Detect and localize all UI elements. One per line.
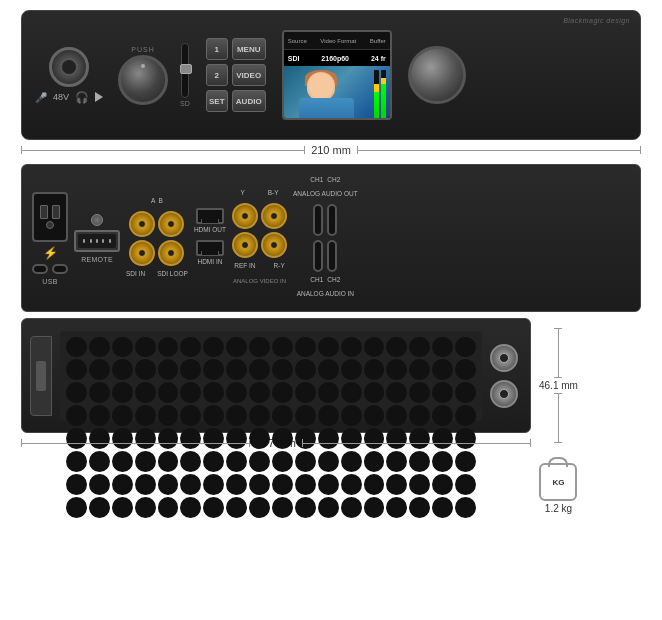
power-inlet (32, 192, 68, 242)
video-head (307, 72, 335, 100)
sdi-out-b-bot (158, 240, 184, 266)
sdi-out-b-top (158, 211, 184, 237)
sdi-loop-sublabel: SDI LOOP (157, 270, 188, 280)
weight-area: KG 1.2 kg (539, 463, 577, 514)
power-prong-right (52, 205, 60, 219)
ref-in-bot (232, 232, 258, 258)
button-2[interactable]: 2 (206, 64, 228, 86)
side-left-connector (30, 336, 52, 416)
analog-audio-out-label: ANALOG AUDIO OUT (293, 190, 358, 200)
push-knob-area: PUSH (118, 46, 168, 105)
db9-connector (74, 230, 120, 252)
button-set[interactable]: SET (206, 90, 228, 112)
thunderbolt-port-2 (52, 264, 68, 274)
slider-track[interactable] (181, 43, 189, 98)
ventilation-panel (60, 331, 482, 421)
audio-icons-row: 🎤 48V 🎧 (35, 91, 103, 104)
ch1-out-header: CH1 (310, 176, 323, 186)
buttons-row-3: SET AUDIO (206, 90, 266, 112)
by-top (261, 203, 287, 229)
side-view-container: 177 mm 46.1 mm KG 1.2 kg (21, 318, 641, 514)
measurement-line-front (21, 150, 305, 151)
display-buffer-label: Buffer (370, 38, 386, 44)
volt-label: 48V (53, 92, 69, 102)
db9-inner (78, 234, 116, 248)
side-right-connectors (490, 344, 522, 408)
remote-indicator (91, 214, 103, 226)
video-figure (299, 70, 354, 120)
video-body (299, 98, 354, 120)
measurements-col: 46.1 mm KG 1.2 kg (539, 318, 578, 514)
display-source-label: Source (288, 38, 307, 44)
front-panel: Blackmagic design 🎤 48V 🎧 PUSH SD (21, 10, 641, 140)
audio-in-ch1 (313, 240, 323, 272)
sdi-in-sublabel: SDI IN (126, 270, 145, 280)
vu-bar-left (374, 70, 379, 120)
display-format-value: 2160p60 (321, 55, 349, 62)
button-menu[interactable]: MENU (232, 38, 266, 60)
display-buffer-value: 24 fr (371, 55, 386, 62)
display-source-value: SDI (288, 55, 300, 62)
hdmi-out-label: HDMI OUT (194, 226, 226, 236)
ref-in-label: REF IN (234, 262, 255, 272)
sd-label: SD (180, 100, 190, 107)
analog-video-in-label: ANALOG VIDEO IN (233, 278, 286, 288)
slider-thumb[interactable] (180, 64, 192, 74)
brand-logo: Blackmagic design (563, 17, 630, 24)
side-measurement-line-1 (21, 443, 250, 444)
vu-fill-right-green (381, 84, 386, 120)
ry-label: R-Y (274, 262, 285, 272)
analog-audio-in-label: ANALOG AUDIO IN (297, 290, 354, 300)
side-bnc-bottom-inner (499, 389, 509, 399)
buttons-grid: 1 MENU 2 VIDEO SET AUDIO (206, 38, 266, 112)
front-width-measurement: 210 mm (21, 144, 641, 156)
audio-out-ch1 (313, 204, 323, 236)
display-screen: Source Video Format Buffer SDI 2160p60 2… (282, 30, 392, 120)
audio-out-jacks (313, 204, 337, 236)
height-measurement: 46.1 mm (539, 328, 578, 443)
audio-out-ch2 (327, 204, 337, 236)
side-bnc-top (490, 344, 518, 372)
button-audio[interactable]: AUDIO (232, 90, 266, 112)
display-values-bar: SDI 2160p60 24 fr (284, 50, 390, 66)
front-width-label: 210 mm (311, 144, 351, 156)
front-audio-section: 🎤 48V 🎧 (34, 47, 104, 104)
weight-kg-label: KG (552, 478, 564, 487)
audio-in-jacks (313, 240, 337, 272)
xlr-inner (60, 58, 78, 76)
by-label: B-Y (268, 189, 279, 199)
device-container: Blackmagic design 🎤 48V 🎧 PUSH SD (11, 10, 651, 514)
headphone-icon: 🎧 (75, 91, 89, 104)
side-panel (21, 318, 531, 433)
vu-bar-right (381, 70, 386, 120)
xlr-connector (49, 47, 89, 87)
vent-hole (66, 337, 87, 358)
weight-value: 1.2 kg (545, 503, 572, 514)
side-measurement-line-2 (302, 443, 531, 444)
hdmi-out-port (196, 208, 224, 224)
analog-audio-header: CH1 CH2 (310, 176, 340, 186)
analog-video-connectors (232, 203, 287, 258)
remote-col: REMOTE (74, 214, 120, 263)
hdmi-connectors: HDMI OUT HDMI IN (194, 208, 226, 268)
button-1[interactable]: 1 (206, 38, 228, 60)
hdmi-in-group: HDMI IN (196, 240, 224, 268)
measurement-line-front-2 (357, 150, 641, 151)
slider-area: SD (180, 43, 190, 107)
ch2-out-header: CH2 (327, 176, 340, 186)
button-video[interactable]: VIDEO (232, 64, 266, 86)
lightning-icon: ⚡ (43, 246, 58, 260)
thunderbolt-port-1 (32, 264, 48, 274)
y-label: Y (240, 189, 244, 199)
hdmi-in-label: HDMI IN (197, 258, 222, 268)
hdmi-in-port (196, 240, 224, 256)
display-video-area (284, 66, 390, 120)
side-connector-plug (36, 361, 46, 391)
push-knob[interactable] (118, 55, 168, 105)
ch2-in-header: CH2 (327, 276, 340, 286)
front-right-knob[interactable] (408, 46, 466, 104)
vu-meters (374, 70, 388, 120)
height-line-2 (558, 393, 559, 443)
hdmi-col: HDMI OUT HDMI IN (194, 208, 226, 268)
weight-bag: KG (539, 463, 577, 501)
